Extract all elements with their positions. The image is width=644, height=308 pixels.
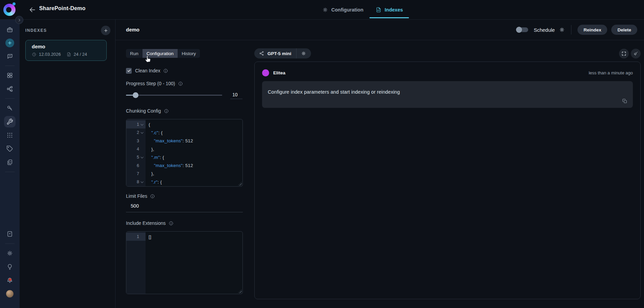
sidebar-expand-button[interactable] — [15, 16, 23, 24]
index-list-item[interactable]: demo 12.03.2026 24 / 24 — [25, 40, 107, 61]
code-row: 5 ".m": { — [126, 153, 242, 161]
app-logo-icon[interactable] — [3, 4, 16, 16]
model-name: GPT-5 mini — [267, 51, 291, 56]
top-nav: Configuration Indexes — [316, 0, 409, 20]
fullscreen-button[interactable] — [619, 49, 629, 58]
limit-files-label: Limit Files — [126, 193, 243, 199]
code-line: [] — [146, 234, 151, 239]
code-line: ".c": { — [146, 130, 162, 135]
limit-files-info-icon[interactable] — [150, 194, 155, 199]
code-line: ".r": { — [146, 180, 162, 185]
sidebar-divider — [5, 98, 15, 99]
progress-step-slider[interactable] — [126, 92, 222, 98]
delete-button[interactable]: Delete — [611, 25, 637, 35]
toggle-knob — [516, 27, 522, 33]
actions-divider — [571, 25, 571, 34]
sidebar-item-chat[interactable] — [4, 50, 16, 62]
progress-step-value-input[interactable] — [230, 91, 242, 99]
code-line: }, — [146, 171, 154, 176]
schedule-toggle[interactable] — [517, 27, 528, 32]
sidebar — [0, 20, 20, 308]
tab-history[interactable]: History — [178, 49, 200, 58]
chevron-right-icon — [17, 18, 22, 22]
key-icon — [6, 105, 13, 112]
bell-icon — [6, 277, 13, 284]
reindex-button[interactable]: Reindex — [577, 25, 608, 35]
editor-resize-handle[interactable] — [238, 289, 242, 293]
include-extensions-editor[interactable]: 1[] — [126, 231, 243, 294]
code-row: 1{ — [126, 120, 242, 128]
nav-tab-label: Indexes — [385, 7, 403, 13]
index-config-form: Run Configuration History Clean Index Pr… — [126, 40, 243, 294]
app-root: SharePoint-Demo Configuration Indexes IN… — [0, 0, 644, 308]
briefcase-icon — [6, 26, 13, 33]
fold-chevron-icon[interactable] — [140, 123, 143, 125]
sidebar-item-grid[interactable] — [4, 70, 16, 81]
include-extensions-info-icon[interactable] — [169, 221, 174, 226]
tab-configuration[interactable]: Configuration — [143, 49, 178, 58]
message-author: Elitea — [273, 70, 285, 75]
sidebar-item-bell[interactable] — [4, 275, 16, 286]
message-timestamp: less than a minute ago — [589, 70, 633, 75]
model-selector[interactable]: GPT-5 mini — [254, 48, 311, 58]
back-button[interactable] — [28, 6, 36, 14]
clear-chat-button[interactable] — [631, 49, 641, 58]
line-number: 1 — [126, 120, 146, 128]
tag-icon — [6, 145, 13, 152]
code-row: 6 "max_tokens": 512 — [126, 161, 242, 169]
code-line: ".m": { — [146, 155, 164, 160]
copy-message-button[interactable] — [622, 98, 627, 104]
sidebar-bottom-icons — [0, 227, 20, 301]
code-row: 4 }, — [126, 145, 242, 153]
line-number: 5 — [126, 153, 146, 161]
schedule-settings-icon[interactable] — [559, 27, 565, 33]
add-index-button[interactable] — [101, 26, 110, 35]
page-header: demo Schedule Reindex Delete — [115, 20, 644, 40]
clean-index-checkbox[interactable] — [126, 68, 132, 74]
fold-chevron-icon[interactable] — [140, 131, 143, 134]
logo-status-dot — [12, 2, 16, 5]
sidebar-item-briefcase[interactable] — [4, 24, 16, 35]
nav-tab-configuration[interactable]: Configuration — [316, 0, 369, 20]
sidebar-item-bulb[interactable] — [4, 261, 16, 273]
nav-tab-indexes[interactable]: Indexes — [369, 0, 409, 20]
clean-index-label: Clean Index — [135, 68, 168, 73]
model-settings-button[interactable] — [296, 48, 311, 58]
slider-track[interactable] — [126, 95, 222, 96]
fold-chevron-icon[interactable] — [140, 180, 143, 183]
sidebar-item-avatar[interactable] — [4, 288, 16, 300]
flow-icon — [6, 86, 13, 92]
index-date: 12.03.2026 — [39, 52, 61, 57]
line-number: 3 — [126, 137, 146, 145]
tab-run[interactable]: Run — [126, 49, 143, 58]
sidebar-item-documents[interactable] — [4, 157, 16, 168]
chunking-config-label: Chunking Config — [126, 108, 243, 114]
sidebar-divider — [5, 243, 15, 244]
book-sparkle-icon — [6, 231, 13, 237]
sidebar-item-key[interactable] — [4, 102, 16, 114]
sidebar-item-plus-circle[interactable] — [5, 39, 14, 47]
grid-icon — [6, 72, 13, 79]
plus-icon — [103, 28, 108, 33]
page-title: demo — [126, 27, 139, 32]
indexes-heading: INDEXES — [25, 28, 47, 33]
code-row: 1[] — [126, 233, 242, 241]
sidebar-item-tag[interactable] — [4, 143, 16, 155]
code-line: "max_tokens": 512 — [146, 138, 193, 143]
code-row: 7 }, — [126, 170, 242, 178]
code-row: 3 "max_tokens": 512 — [126, 137, 242, 145]
limit-files-input[interactable] — [126, 202, 243, 212]
sidebar-item-gear[interactable] — [4, 247, 16, 259]
chunking-config-editor[interactable]: 1{2 ".c": {3 "max_tokens": 5124 },5 ".m"… — [126, 119, 243, 187]
top-header: SharePoint-Demo Configuration Indexes — [0, 0, 644, 20]
sidebar-item-book-sparkle[interactable] — [4, 228, 16, 240]
sidebar-item-flow[interactable] — [4, 83, 16, 95]
sidebar-item-dots-grid[interactable] — [4, 129, 16, 141]
fold-chevron-icon[interactable] — [140, 156, 143, 158]
clean-index-info-icon[interactable] — [163, 68, 168, 73]
user-avatar — [6, 290, 14, 298]
progress-step-info-icon[interactable] — [178, 81, 183, 86]
chunking-config-info-icon[interactable] — [164, 109, 169, 114]
slider-thumb[interactable] — [133, 92, 138, 98]
sidebar-item-wrench[interactable] — [4, 116, 16, 127]
